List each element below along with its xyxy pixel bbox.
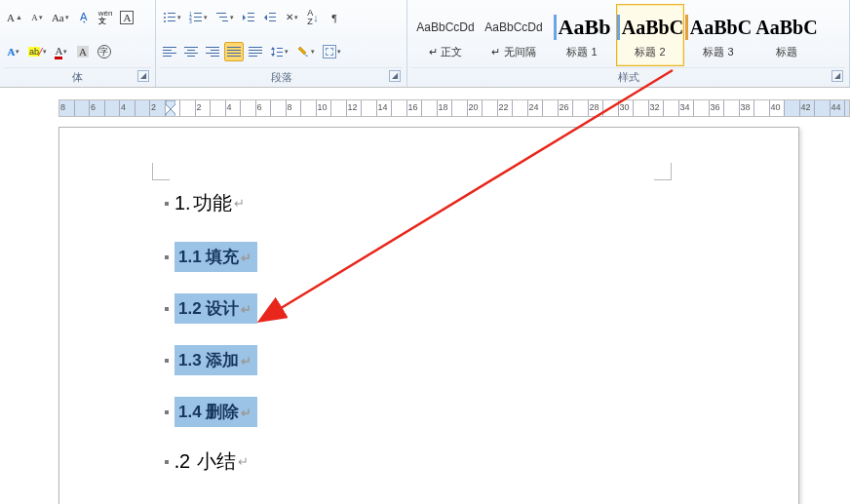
svg-rect-27	[184, 53, 198, 54]
multilevel-list-button[interactable]: ▾	[212, 8, 237, 27]
line-spacing-button[interactable]: ▾	[267, 42, 291, 61]
align-distributed-button[interactable]	[246, 42, 265, 61]
heading-2-para[interactable]: 1.4 删除↵	[165, 397, 555, 427]
svg-rect-25	[184, 47, 198, 48]
paragraph-mark-icon: ↵	[238, 454, 249, 469]
heading-1-para[interactable]: 1. 功能 ↵	[165, 190, 555, 216]
paragraph-group-label: 段落 ◢	[160, 67, 403, 87]
shrink-font-button[interactable]: A▾	[27, 8, 47, 27]
change-case-button[interactable]: Aa▾	[49, 8, 72, 27]
outline-bullet-icon	[165, 460, 169, 464]
svg-rect-29	[206, 47, 219, 48]
enclose-characters-button[interactable]: 字	[95, 42, 114, 61]
svg-rect-24	[163, 56, 172, 57]
heading-2-para[interactable]: 1.2 设计↵	[165, 293, 555, 324]
style-heading-2[interactable]: AaBbC 标题 2	[616, 4, 684, 66]
svg-rect-5	[168, 20, 175, 21]
heading-text: 小结	[197, 448, 236, 475]
style-heading-3[interactable]: AaBbC 标题 3	[684, 4, 753, 66]
asian-layout-button[interactable]: ✕▾	[282, 8, 301, 27]
svg-rect-34	[227, 50, 241, 51]
styles-gallery: AaBbCcDd ↵ 正文 AaBbCcDd ↵ 无间隔 AaBb 标题 1 A…	[411, 4, 845, 66]
align-justify-button[interactable]	[224, 42, 244, 61]
align-center-button[interactable]	[181, 42, 201, 61]
svg-rect-44	[277, 56, 283, 57]
heading-2-para[interactable]: 1.1 填充↵	[165, 242, 555, 272]
svg-rect-22	[163, 50, 172, 51]
outline-bullet-icon	[165, 410, 169, 414]
document-content[interactable]: 1. 功能 ↵ 1.1 填充↵ 1.2 设计↵ 1.3 添加↵ 1.4 删除↵	[165, 190, 555, 500]
align-left-button[interactable]	[160, 42, 179, 61]
margin-corner-top-left	[152, 163, 170, 180]
svg-rect-35	[227, 53, 241, 54]
heading-2-para[interactable]: 1.3 添加↵	[165, 345, 555, 375]
svg-rect-36	[227, 56, 241, 57]
styles-group-label: 样式 ◢	[411, 67, 845, 87]
phonetic-guide-button[interactable]: wén文	[96, 8, 116, 27]
bullets-button[interactable]: ▾	[160, 8, 184, 27]
styles-group: AaBbCcDd ↵ 正文 AaBbCcDd ↵ 无间隔 AaBb 标题 1 A…	[407, 0, 850, 87]
svg-rect-13	[219, 17, 227, 18]
shading-button[interactable]: ▾	[293, 42, 318, 61]
svg-rect-16	[248, 17, 254, 18]
hanging-indent-marker[interactable]	[166, 109, 175, 117]
svg-rect-17	[248, 20, 254, 21]
character-shading-button[interactable]: A	[73, 42, 93, 61]
outline-bullet-icon	[165, 307, 169, 311]
outline-bullet-icon	[165, 255, 169, 259]
svg-rect-19	[269, 17, 276, 18]
svg-rect-30	[211, 50, 219, 51]
svg-rect-9	[194, 17, 202, 18]
character-border-button[interactable]: A	[117, 8, 136, 27]
paragraph-mark-icon: ↵	[234, 196, 245, 211]
svg-rect-18	[269, 13, 276, 14]
svg-rect-41	[273, 49, 274, 55]
svg-rect-12	[216, 13, 226, 14]
increase-indent-button[interactable]	[260, 8, 280, 27]
heading-text: 功能	[193, 190, 232, 216]
styles-dialog-launcher[interactable]: ◢	[831, 70, 843, 82]
horizontal-ruler[interactable]: 8 6 4 2 2 4 6 8 10 12 14 16 18	[58, 99, 850, 117]
outline-bullet-icon	[165, 202, 169, 206]
document-area: 8 6 4 2 2 4 6 8 10 12 14 16 18	[0, 88, 850, 504]
svg-rect-42	[277, 48, 283, 49]
show-formatting-button[interactable]: ¶	[325, 8, 344, 27]
style-no-spacing[interactable]: AaBbCcDd ↵ 无间隔	[480, 4, 548, 66]
font-color-button[interactable]: A▾	[52, 42, 71, 61]
style-heading-1[interactable]: AaBb 标题 1	[548, 4, 616, 66]
ribbon: A▲ A▾ Aa▾ A͎ wén文 A A▾ ab⁄▾ A▾ A 字 体 ◢ ▾	[0, 0, 850, 88]
highlight-color-button[interactable]: ab⁄▾	[25, 42, 50, 61]
svg-rect-33	[227, 47, 241, 48]
font-group-label: 体 ◢	[4, 67, 151, 87]
svg-rect-37	[249, 47, 262, 48]
heading-number: 1.	[174, 192, 191, 214]
borders-button[interactable]: ▾	[320, 42, 344, 61]
document-page[interactable]: 1. 功能 ↵ 1.1 填充↵ 1.2 设计↵ 1.3 添加↵ 1.4 删除↵	[58, 127, 799, 504]
svg-rect-21	[163, 47, 176, 48]
numbering-button[interactable]: 123▾	[186, 8, 211, 27]
svg-rect-28	[187, 56, 195, 57]
outline-bullet-icon	[165, 359, 169, 363]
align-right-button[interactable]	[203, 42, 222, 61]
sort-button[interactable]: AZ↓	[303, 8, 323, 27]
heading-number: 2	[179, 450, 190, 473]
heading-1-para[interactable]: .2 小结 ↵	[165, 448, 555, 475]
svg-rect-31	[206, 53, 219, 54]
font-group: A▲ A▾ Aa▾ A͎ wén文 A A▾ ab⁄▾ A▾ A 字 体 ◢	[0, 0, 156, 87]
clear-formatting-button[interactable]: A͎	[74, 8, 94, 27]
style-normal[interactable]: AaBbCcDd ↵ 正文	[411, 4, 480, 66]
text-effects-button[interactable]: A▾	[4, 42, 23, 61]
svg-rect-32	[211, 56, 219, 57]
svg-rect-23	[163, 53, 176, 54]
svg-rect-7	[194, 13, 202, 14]
svg-rect-38	[249, 50, 262, 51]
svg-rect-11	[194, 20, 202, 21]
style-title[interactable]: AaBbC 标题	[753, 4, 821, 66]
font-dialog-launcher[interactable]: ◢	[137, 70, 149, 82]
paragraph-group: ▾ 123▾ ▾ ✕▾ AZ↓ ¶ ▾ ▾ ▾ 段落 ◢	[156, 0, 407, 87]
grow-font-button[interactable]: A▲	[4, 8, 25, 27]
paragraph-dialog-launcher[interactable]: ◢	[389, 70, 401, 82]
svg-text:3: 3	[189, 19, 192, 24]
margin-corner-top-right	[654, 163, 672, 180]
decrease-indent-button[interactable]	[239, 8, 258, 27]
